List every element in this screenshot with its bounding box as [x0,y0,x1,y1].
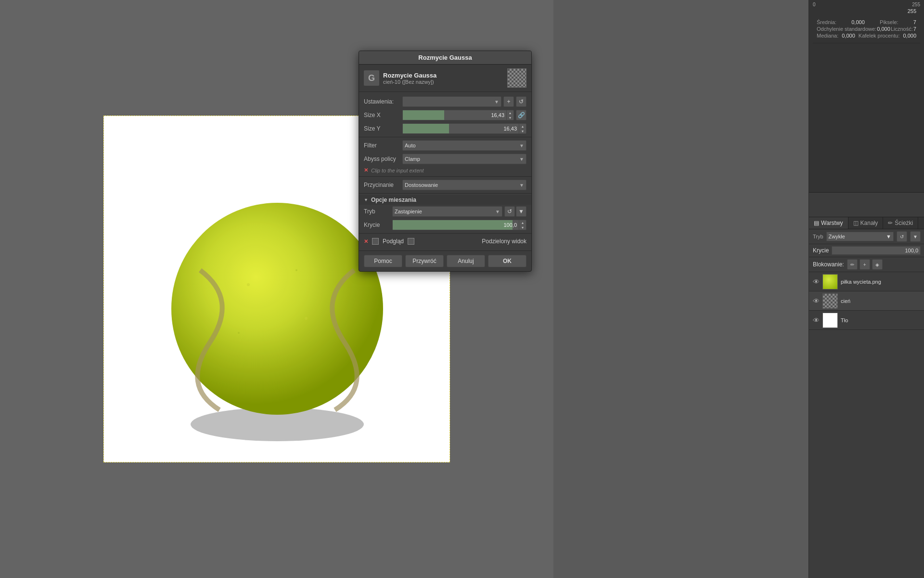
tab-layers[interactable]: ▤ Warstwy [809,217,848,229]
abyss-policy-value: Clamp [405,156,420,162]
median-label: Mediana: [817,33,838,39]
size-x-down-button[interactable]: ▼ [507,115,513,120]
settings-reset-button[interactable]: ↺ [516,96,526,107]
filter-name: Rozmycie Gaussa [383,72,503,79]
percentile-label: Kafelek procentu: [859,33,900,39]
size-x-up-button[interactable]: ▲ [507,110,513,115]
tryb-value: Zastąpienie [395,209,422,214]
layer-item-ball: 👁 piłka wycieta.png [809,272,924,291]
size-x-field: 16,43 ▲ ▼ 🔗 [402,110,526,120]
clip-label: Clip to the input extent [371,168,424,173]
size-y-row: Size Y 16,43 ▲ ▼ [359,122,531,135]
split-view-label: Podzielony widok [418,238,526,245]
blend-options-title: Opcje mieszania [371,197,416,203]
layers-tabs: ▤ Warstwy ◫ Kanały ✏ Ścieżki [809,217,924,229]
help-button[interactable]: Pomoc [364,255,402,267]
clipping-label: Przycinanie [364,182,402,188]
reset-button[interactable]: Przywróć [405,255,444,267]
clipping-arrow-icon: ▼ [519,183,524,188]
filter-subtitle: cień-10 ([Bez nazwy]) [383,79,503,85]
size-link-button[interactable]: 🔗 [516,110,526,120]
abyss-policy-field: Clamp ▼ [402,154,526,164]
mode-arrow-icon: ▼ [886,234,891,239]
filter-field: Auto ▼ [402,140,526,151]
size-y-down-button[interactable]: ▼ [519,129,526,133]
mode-reset-button[interactable]: ↺ [897,231,907,242]
tryb-reset-button[interactable]: ↺ [504,206,515,217]
size-x-row: Size X 16,43 ▲ ▼ 🔗 [359,108,531,122]
divider-1 [359,137,531,137]
tryb-select[interactable]: Zastąpienie ▼ [392,206,502,217]
lock-paint-button[interactable]: ✏ [847,259,858,270]
lock-label: Blokowanie: [813,261,844,268]
filter-arrow-icon: ▼ [519,143,524,148]
size-x-value: 16,43 [491,112,504,118]
eye-icon-shadow[interactable]: 👁 [813,297,820,305]
krycie-up-button[interactable]: ▲ [519,220,526,225]
mode-value: Zwykłe [829,234,845,239]
lock-move-button[interactable]: + [860,259,870,270]
layer-thumb-ball [822,274,838,289]
pixels-value: 7 [913,19,916,25]
cancel-button[interactable]: Anuluj [447,255,485,267]
size-x-input[interactable]: 16,43 ▲ ▼ [402,110,514,120]
krycie-input[interactable]: 100,0 ▲ ▼ [392,220,526,230]
dialog-footer: Pomoc Przywróć Anuluj OK [359,250,531,271]
layers-controls: Tryb Zwykłe ▼ ↺ ▼ [809,229,924,244]
percentile-value: 0,000 [903,33,916,39]
tryb-row: Tryb Zastąpienie ▼ ↺ ▼ [359,205,531,218]
size-y-field: 16,43 ▲ ▼ [402,123,526,134]
mode-more-button[interactable]: ▼ [910,231,921,242]
filter-select[interactable]: Auto ▼ [402,140,526,151]
stat-row-mean: Średnia: 0,000 Piksele: 7 [817,19,916,26]
size-y-up-button[interactable]: ▲ [519,124,526,129]
eye-icon-bg[interactable]: 👁 [813,316,820,324]
settings-add-button[interactable]: + [503,96,514,107]
layers-tab-label: Warstwy [821,220,843,226]
krycie-value: 100,0 [503,222,517,228]
opacity-value: 100,0 [905,248,918,253]
split-view-checkbox[interactable] [408,238,414,245]
tab-paths[interactable]: ✏ Ścieżki [883,217,918,229]
filter-label: Filter [364,142,402,149]
opacity-input[interactable]: 100,0 [832,246,921,255]
clipping-value: Dostosowanie [405,182,438,188]
layer-item-shadow: 👁 cień [809,291,924,311]
size-x-spinner: ▲ ▼ [506,110,513,120]
svg-point-6 [238,332,240,334]
krycie-down-button[interactable]: ▼ [519,225,526,230]
eye-icon-ball[interactable]: 👁 [813,278,820,286]
layer-thumb-shadow [822,293,838,309]
clipping-field: Dostosowanie ▼ [402,180,526,190]
dialog-header: G Rozmycie Gaussa cień-10 ([Bez nazwy]) [359,65,531,92]
lock-alpha-button[interactable]: ◈ [872,259,883,270]
abyss-policy-select[interactable]: Clamp ▼ [402,154,526,164]
mode-select[interactable]: Zwykłe ▼ [826,232,894,241]
histogram-value: 255 [813,7,920,15]
hist-zero: 0 [813,2,816,7]
krycie-row: Krycie 100,0 ▲ ▼ [359,218,531,232]
settings-select[interactable]: ▼ [402,96,501,107]
stat-row-median: Mediana: 0,000 Kafelek procentu: 0,000 [817,32,916,39]
svg-point-4 [295,269,297,271]
tab-channels[interactable]: ◫ Kanały [848,217,884,229]
dialog-gaussian-blur: Rozmycie Gaussa G Rozmycie Gaussa cień-1… [359,51,532,272]
clip-row: ✕ Clip to the input extent [359,166,531,175]
tryb-more-button[interactable]: ▼ [516,206,526,217]
divider-2 [359,176,531,177]
clipping-select[interactable]: Dostosowanie ▼ [402,180,526,190]
settings-field: ▼ + ↺ [402,96,526,107]
abyss-policy-label: Abyss policy [364,156,402,162]
settings-arrow-icon: ▼ [494,99,499,105]
layer-thumb-bg [822,313,838,328]
collapse-icon[interactable]: ▼ [364,197,368,202]
size-y-input[interactable]: 16,43 ▲ ▼ [402,123,526,134]
size-x-label: Size X [364,112,402,118]
mean-label: Średnia: [817,19,836,25]
right-panel: 0 255 255 Średnia: 0,000 Piksele: 7 Odch… [808,0,924,578]
krycie-label: Krycie [364,222,390,228]
size-y-label: Size Y [364,125,402,132]
paths-tab-label: Ścieżki [895,220,913,226]
preview-checkbox[interactable] [372,238,379,245]
ok-button[interactable]: OK [488,255,526,267]
